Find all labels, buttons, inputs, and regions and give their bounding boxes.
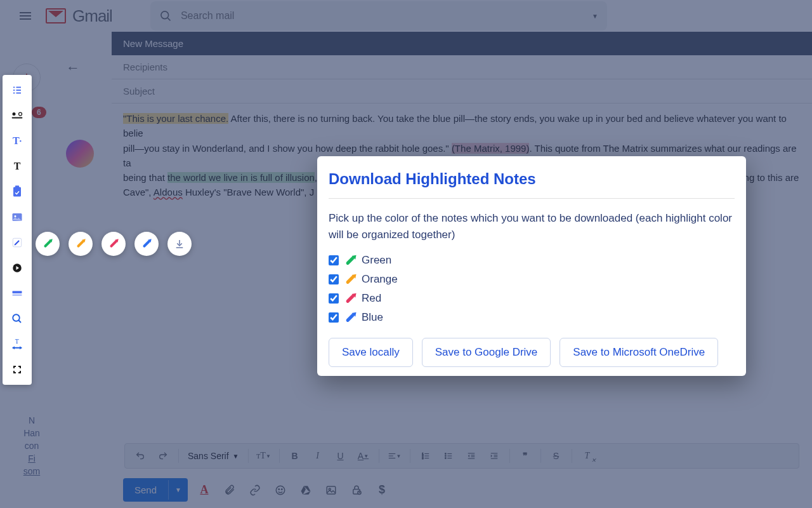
tool-search-icon[interactable]	[8, 310, 26, 328]
color-label: Blue	[362, 311, 383, 324]
pencil-icon	[346, 294, 355, 304]
tool-width-icon[interactable]: T	[8, 335, 26, 353]
save-gdrive-button[interactable]: Save to Google Drive	[422, 338, 551, 367]
svg-point-49	[15, 215, 16, 217]
pencil-icon	[77, 240, 85, 248]
svg-text:T: T	[15, 338, 19, 345]
tool-outline-icon[interactable]	[8, 81, 26, 99]
tool-toggle-icon[interactable]	[8, 107, 26, 124]
download-highlights-button[interactable]	[167, 232, 192, 256]
download-icon	[174, 238, 185, 250]
tool-translate-icon[interactable]: T•	[8, 132, 26, 150]
tool-fullscreen-icon[interactable]	[8, 361, 26, 378]
color-row-orange: Orange	[329, 273, 735, 286]
color-checkbox-green[interactable]	[329, 255, 339, 265]
pencil-icon	[143, 240, 151, 248]
color-checkbox-orange[interactable]	[329, 274, 339, 284]
highlighter-color-button[interactable]	[102, 232, 126, 256]
save-onedrive-button[interactable]: Save to Microsoft OneDrive	[560, 338, 718, 367]
color-checkbox-blue[interactable]	[329, 312, 339, 323]
pencil-icon	[346, 275, 355, 284]
svg-line-56	[18, 320, 21, 323]
highlighter-flyout	[36, 232, 192, 256]
highlighter-color-button[interactable]	[36, 232, 60, 256]
color-list: GreenOrangeRedBlue	[329, 254, 735, 324]
highlighter-color-button[interactable]	[134, 232, 159, 256]
color-label: Orange	[362, 273, 398, 286]
svg-rect-53	[13, 291, 22, 293]
pencil-icon	[346, 256, 355, 265]
pencil-icon	[346, 313, 355, 323]
highlighter-color-button[interactable]	[69, 232, 93, 256]
svg-rect-45	[12, 117, 23, 119]
tool-play-icon[interactable]	[8, 259, 26, 277]
pencil-icon	[44, 240, 52, 248]
color-checkbox-red[interactable]	[329, 293, 339, 304]
tool-image-icon[interactable]	[8, 208, 26, 226]
tool-highlight-icon[interactable]	[8, 234, 26, 251]
color-row-red: Red	[329, 292, 735, 305]
modal-actions: Save locally Save to Google Drive Save t…	[329, 338, 735, 367]
tool-bar-icon[interactable]	[8, 284, 26, 302]
extension-toolbox: T• T T	[3, 75, 32, 385]
svg-rect-54	[13, 295, 22, 296]
svg-marker-60	[20, 346, 22, 349]
svg-rect-46	[13, 187, 21, 197]
modal-description: Pick up the color of the notes which you…	[329, 210, 735, 243]
svg-point-44	[19, 112, 22, 116]
color-label: Red	[362, 292, 381, 305]
svg-rect-47	[15, 185, 19, 188]
tool-clipboard-icon[interactable]	[8, 183, 26, 201]
save-locally-button[interactable]: Save locally	[329, 338, 413, 367]
color-label: Green	[362, 254, 391, 267]
modal-title: Download Highlighted Notes	[329, 170, 735, 199]
color-row-green: Green	[329, 254, 735, 267]
svg-marker-59	[13, 346, 15, 349]
tool-text-icon[interactable]: T	[8, 157, 26, 175]
svg-point-55	[13, 314, 20, 321]
pencil-icon	[110, 240, 118, 248]
download-notes-modal: Download Highlighted Notes Pick up the c…	[317, 156, 746, 376]
color-row-blue: Blue	[329, 311, 735, 324]
svg-point-43	[13, 112, 16, 116]
